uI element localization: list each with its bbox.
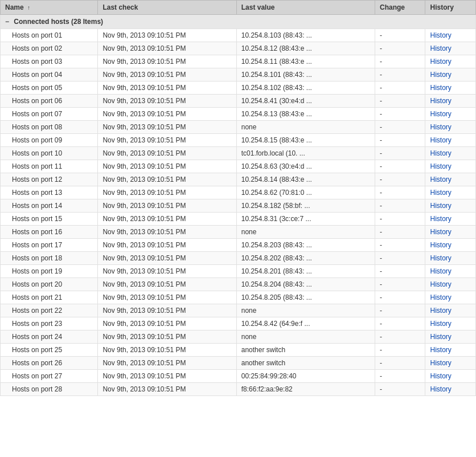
cell-change: - (375, 186, 425, 199)
history-link[interactable]: History (430, 31, 451, 39)
history-link[interactable]: History (430, 84, 451, 92)
cell-name: Hosts on port 08 (1, 121, 98, 134)
cell-last-check: Nov 9th, 2013 09:10:51 PM (98, 55, 236, 68)
cell-history[interactable]: History (425, 278, 476, 291)
history-link[interactable]: History (430, 280, 451, 288)
main-container: Name ↑ Last check Last value Change Hist… (0, 0, 476, 396)
table-row: Hosts on port 20Nov 9th, 2013 09:10:51 P… (1, 278, 476, 291)
history-link[interactable]: History (430, 333, 451, 341)
history-link[interactable]: History (430, 149, 451, 157)
history-link[interactable]: History (430, 215, 451, 223)
cell-last-check: Nov 9th, 2013 09:10:51 PM (98, 147, 236, 160)
history-link[interactable]: History (430, 136, 451, 144)
cell-history[interactable]: History (425, 121, 476, 134)
cell-last-check: Nov 9th, 2013 09:10:51 PM (98, 291, 236, 304)
cell-history[interactable]: History (425, 55, 476, 68)
cell-history[interactable]: History (425, 252, 476, 265)
cell-history[interactable]: History (425, 291, 476, 304)
cell-change: - (375, 81, 425, 95)
history-link[interactable]: History (430, 110, 451, 118)
data-table: Name ↑ Last check Last value Change Hist… (0, 0, 476, 396)
cell-change: - (375, 370, 425, 383)
cell-history[interactable]: History (425, 147, 476, 160)
history-link[interactable]: History (430, 228, 451, 236)
cell-history[interactable]: History (425, 186, 476, 199)
history-link[interactable]: History (430, 320, 451, 328)
history-link[interactable]: History (430, 359, 451, 367)
history-link[interactable]: History (430, 372, 451, 380)
cell-last-value: 10.254.8.201 (88:43: ... (236, 265, 375, 278)
history-link[interactable]: History (430, 241, 451, 249)
cell-last-check: Nov 9th, 2013 09:10:51 PM (98, 304, 236, 317)
cell-name: Hosts on port 11 (1, 160, 98, 173)
table-row: Hosts on port 08Nov 9th, 2013 09:10:51 P… (1, 121, 476, 134)
cell-history[interactable]: History (425, 357, 476, 370)
history-link[interactable]: History (430, 162, 451, 170)
cell-name: Hosts on port 26 (1, 357, 98, 370)
cell-last-value: none (236, 226, 375, 239)
cell-history[interactable]: History (425, 304, 476, 317)
cell-name: Hosts on port 12 (1, 173, 98, 186)
cell-history[interactable]: History (425, 370, 476, 383)
cell-last-value: 10.254.8.63 (30:e4:d ... (236, 160, 375, 173)
history-link[interactable]: History (430, 44, 451, 52)
cell-history[interactable]: History (425, 199, 476, 213)
cell-history[interactable]: History (425, 173, 476, 186)
group-header-cell: − Connected hosts (28 Items) (1, 15, 476, 29)
cell-last-check: Nov 9th, 2013 09:10:51 PM (98, 186, 236, 199)
cell-change: - (375, 199, 425, 213)
history-link[interactable]: History (430, 58, 451, 66)
table-row: Hosts on port 26Nov 9th, 2013 09:10:51 P… (1, 357, 476, 370)
history-link[interactable]: History (430, 346, 451, 354)
cell-history[interactable]: History (425, 42, 476, 55)
cell-name: Hosts on port 15 (1, 213, 98, 226)
cell-history[interactable]: History (425, 265, 476, 278)
table-row: Hosts on port 06Nov 9th, 2013 09:10:51 P… (1, 95, 476, 108)
history-link[interactable]: History (430, 307, 451, 315)
history-link[interactable]: History (430, 97, 451, 105)
cell-history[interactable]: History (425, 344, 476, 357)
cell-history[interactable]: History (425, 68, 476, 81)
col-header-name[interactable]: Name ↑ (1, 1, 98, 15)
table-row: Hosts on port 09Nov 9th, 2013 09:10:51 P… (1, 134, 476, 147)
cell-name: Hosts on port 03 (1, 55, 98, 68)
history-link[interactable]: History (430, 123, 451, 131)
cell-last-value: 10.254.8.41 (30:e4:d ... (236, 95, 375, 108)
table-row: Hosts on port 03Nov 9th, 2013 09:10:51 P… (1, 55, 476, 68)
table-row: Hosts on port 16Nov 9th, 2013 09:10:51 P… (1, 226, 476, 239)
col-lastvalue-label: Last value (241, 3, 275, 11)
collapse-icon[interactable]: − (5, 18, 9, 26)
cell-history[interactable]: History (425, 95, 476, 108)
col-header-lastcheck[interactable]: Last check (98, 1, 236, 15)
history-link[interactable]: History (430, 71, 451, 79)
cell-history[interactable]: History (425, 239, 476, 252)
cell-history[interactable]: History (425, 226, 476, 239)
cell-last-check: Nov 9th, 2013 09:10:51 PM (98, 370, 236, 383)
table-row: Hosts on port 07Nov 9th, 2013 09:10:51 P… (1, 108, 476, 121)
cell-last-check: Nov 9th, 2013 09:10:51 PM (98, 173, 236, 186)
cell-history[interactable]: History (425, 213, 476, 226)
cell-last-value: 10.254.8.15 (88:43:e ... (236, 134, 375, 147)
history-link[interactable]: History (430, 254, 451, 262)
cell-history[interactable]: History (425, 134, 476, 147)
cell-change: - (375, 68, 425, 81)
sort-asc-icon: ↑ (27, 5, 30, 11)
cell-history[interactable]: History (425, 317, 476, 330)
cell-history[interactable]: History (425, 108, 476, 121)
history-link[interactable]: History (430, 293, 451, 301)
cell-history[interactable]: History (425, 160, 476, 173)
history-link[interactable]: History (430, 385, 451, 393)
cell-history[interactable]: History (425, 81, 476, 95)
history-link[interactable]: History (430, 189, 451, 197)
cell-name: Hosts on port 10 (1, 147, 98, 160)
history-link[interactable]: History (430, 176, 451, 183)
cell-name: Hosts on port 02 (1, 42, 98, 55)
cell-history[interactable]: History (425, 383, 476, 396)
cell-change: - (375, 55, 425, 68)
cell-last-check: Nov 9th, 2013 09:10:51 PM (98, 199, 236, 213)
cell-name: Hosts on port 21 (1, 291, 98, 304)
history-link[interactable]: History (430, 202, 451, 210)
history-link[interactable]: History (430, 267, 451, 275)
cell-history[interactable]: History (425, 330, 476, 344)
cell-history[interactable]: History (425, 29, 476, 42)
